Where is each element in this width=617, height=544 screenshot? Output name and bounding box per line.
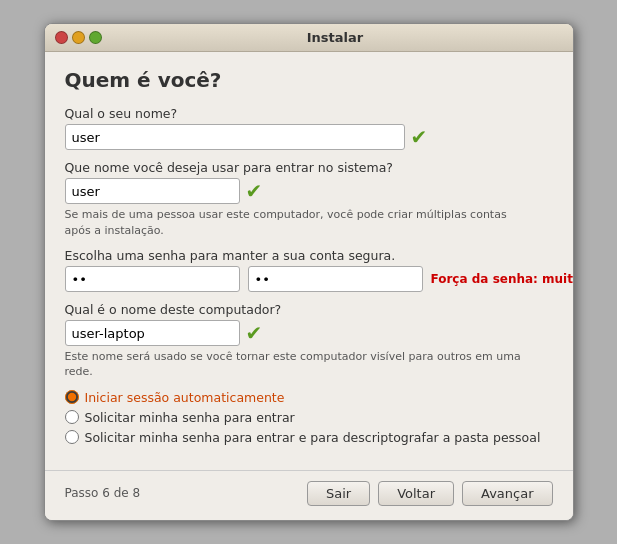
name-input[interactable] [65, 124, 405, 150]
password-row: Força da senha: muito curta [65, 266, 553, 292]
password-label: Escolha uma senha para manter a sua cont… [65, 248, 553, 263]
password-field-group: Escolha uma senha para manter a sua cont… [65, 248, 553, 292]
minimize-button[interactable] [72, 31, 85, 44]
radio-password-login-input[interactable] [65, 410, 79, 424]
computer-valid-icon: ✔ [246, 323, 263, 343]
name-valid-icon: ✔ [411, 127, 428, 147]
maximize-button[interactable] [89, 31, 102, 44]
username-hint: Se mais de uma pessoa usar este computad… [65, 207, 525, 238]
radio-password-login-label: Solicitar minha senha para entrar [85, 410, 295, 425]
back-button[interactable]: Voltar [378, 481, 454, 506]
radio-encrypt-login-label: Solicitar minha senha para entrar e para… [85, 430, 541, 445]
quit-button[interactable]: Sair [307, 481, 370, 506]
username-input[interactable] [65, 178, 240, 204]
username-field-row: ✔ [65, 178, 553, 204]
password-input[interactable] [65, 266, 240, 292]
computer-hint: Este nome será usado se você tornar este… [65, 349, 525, 380]
titlebar-buttons [55, 31, 102, 44]
password-confirm-input[interactable] [248, 266, 423, 292]
main-content: Quem é você? Qual o seu nome? ✔ Que nome… [45, 52, 573, 462]
username-label: Que nome você deseja usar para entrar no… [65, 160, 553, 175]
page-title: Quem é você? [65, 68, 553, 92]
next-button[interactable]: Avançar [462, 481, 553, 506]
footer: Passo 6 de 8 Sair Voltar Avançar [45, 470, 573, 520]
radio-encrypt-login[interactable]: Solicitar minha senha para entrar e para… [65, 430, 553, 445]
installer-window: Instalar Quem é você? Qual o seu nome? ✔… [44, 23, 574, 521]
name-field-group: Qual o seu nome? ✔ [65, 106, 553, 150]
login-options-group: Iniciar sessão automaticamente Solicitar… [65, 390, 553, 445]
footer-buttons: Sair Voltar Avançar [307, 481, 553, 506]
password-strength-text: Força da senha: muito curta [431, 272, 574, 286]
step-indicator: Passo 6 de 8 [65, 486, 141, 500]
name-label: Qual o seu nome? [65, 106, 553, 121]
computer-field-row: ✔ [65, 320, 553, 346]
titlebar: Instalar [45, 24, 573, 52]
radio-encrypt-login-input[interactable] [65, 430, 79, 444]
radio-auto-login-label: Iniciar sessão automaticamente [85, 390, 285, 405]
username-field-group: Que nome você deseja usar para entrar no… [65, 160, 553, 238]
username-valid-icon: ✔ [246, 181, 263, 201]
radio-auto-login[interactable]: Iniciar sessão automaticamente [65, 390, 553, 405]
computer-input[interactable] [65, 320, 240, 346]
computer-field-group: Qual é o nome deste computador? ✔ Este n… [65, 302, 553, 380]
close-button[interactable] [55, 31, 68, 44]
name-field-row: ✔ [65, 124, 553, 150]
radio-auto-login-input[interactable] [65, 390, 79, 404]
radio-password-login[interactable]: Solicitar minha senha para entrar [65, 410, 553, 425]
window-title: Instalar [108, 30, 563, 45]
computer-label: Qual é o nome deste computador? [65, 302, 553, 317]
